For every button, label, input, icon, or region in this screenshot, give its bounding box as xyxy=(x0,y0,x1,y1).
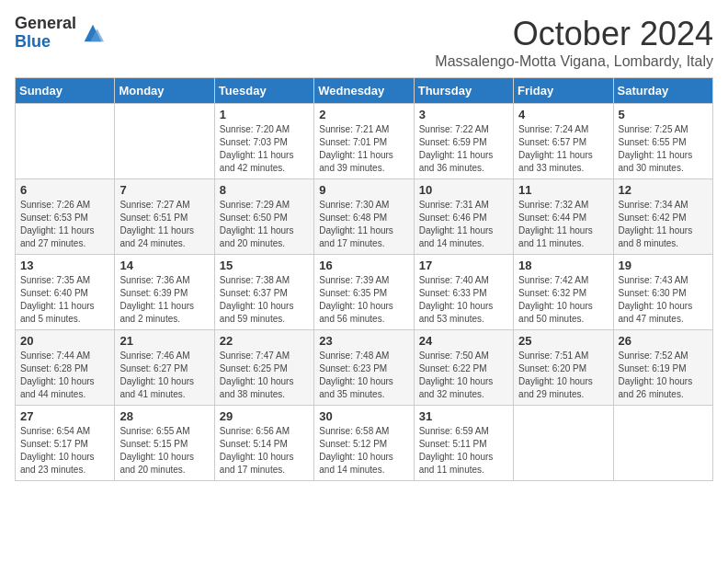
cell-info: Sunrise: 7:47 AMSunset: 6:25 PMDaylight:… xyxy=(220,350,309,401)
calendar-cell: 21Sunrise: 7:46 AMSunset: 6:27 PMDayligh… xyxy=(115,330,214,406)
day-number: 6 xyxy=(20,183,109,197)
calendar-cell: 27Sunrise: 6:54 AMSunset: 5:17 PMDayligh… xyxy=(16,406,115,481)
calendar-cell xyxy=(16,104,115,179)
title-area: October 2024 Massalengo-Motta Vigana, Lo… xyxy=(435,15,713,70)
cell-info: Sunrise: 7:26 AMSunset: 6:53 PMDaylight:… xyxy=(20,199,109,250)
calendar-body: 1Sunrise: 7:20 AMSunset: 7:03 PMDaylight… xyxy=(16,104,713,481)
cell-info: Sunrise: 7:31 AMSunset: 6:46 PMDaylight:… xyxy=(419,199,508,250)
day-number: 30 xyxy=(319,409,408,423)
logo-icon xyxy=(80,20,106,46)
cell-info: Sunrise: 7:40 AMSunset: 6:33 PMDaylight:… xyxy=(419,274,508,326)
location-title: Massalengo-Motta Vigana, Lombardy, Italy xyxy=(435,53,713,70)
calendar-cell: 10Sunrise: 7:31 AMSunset: 6:46 PMDayligh… xyxy=(414,179,513,255)
day-number: 10 xyxy=(419,183,508,197)
day-number: 13 xyxy=(20,259,109,272)
calendar-header-cell: Thursday xyxy=(414,78,513,104)
cell-info: Sunrise: 6:58 AMSunset: 5:12 PMDaylight:… xyxy=(319,425,408,477)
day-number: 14 xyxy=(119,259,209,272)
day-number: 18 xyxy=(518,259,608,272)
calendar-cell: 16Sunrise: 7:39 AMSunset: 6:35 PMDayligh… xyxy=(314,255,414,330)
day-number: 1 xyxy=(220,108,309,121)
cell-info: Sunrise: 7:38 AMSunset: 6:37 PMDaylight:… xyxy=(220,274,309,326)
calendar-cell: 18Sunrise: 7:42 AMSunset: 6:32 PMDayligh… xyxy=(514,255,613,330)
calendar-week-row: 27Sunrise: 6:54 AMSunset: 5:17 PMDayligh… xyxy=(16,406,713,481)
day-number: 20 xyxy=(20,334,109,348)
calendar-cell: 24Sunrise: 7:50 AMSunset: 6:22 PMDayligh… xyxy=(414,330,513,406)
cell-info: Sunrise: 7:44 AMSunset: 6:28 PMDaylight:… xyxy=(20,350,109,401)
calendar-cell: 28Sunrise: 6:55 AMSunset: 5:15 PMDayligh… xyxy=(115,406,214,481)
cell-info: Sunrise: 7:30 AMSunset: 6:48 PMDaylight:… xyxy=(319,199,408,250)
day-number: 31 xyxy=(419,409,508,423)
cell-info: Sunrise: 7:32 AMSunset: 6:44 PMDaylight:… xyxy=(518,199,608,250)
calendar-cell: 7Sunrise: 7:27 AMSunset: 6:51 PMDaylight… xyxy=(115,179,214,255)
calendar-cell: 2Sunrise: 7:21 AMSunset: 7:01 PMDaylight… xyxy=(314,104,414,179)
cell-info: Sunrise: 7:50 AMSunset: 6:22 PMDaylight:… xyxy=(419,350,508,401)
cell-info: Sunrise: 6:54 AMSunset: 5:17 PMDaylight:… xyxy=(20,425,109,477)
logo: General Blue xyxy=(15,15,106,52)
calendar-cell: 5Sunrise: 7:25 AMSunset: 6:55 PMDaylight… xyxy=(613,104,712,179)
day-number: 29 xyxy=(220,409,309,423)
day-number: 26 xyxy=(619,334,708,348)
calendar-cell: 3Sunrise: 7:22 AMSunset: 6:59 PMDaylight… xyxy=(414,104,513,179)
day-number: 11 xyxy=(518,183,608,197)
calendar-cell: 12Sunrise: 7:34 AMSunset: 6:42 PMDayligh… xyxy=(613,179,712,255)
logo-blue: Blue xyxy=(15,33,76,52)
calendar-header-cell: Sunday xyxy=(16,78,115,104)
day-number: 22 xyxy=(220,334,309,348)
calendar-cell: 6Sunrise: 7:26 AMSunset: 6:53 PMDaylight… xyxy=(16,179,115,255)
calendar-header-cell: Friday xyxy=(514,78,613,104)
calendar-cell: 20Sunrise: 7:44 AMSunset: 6:28 PMDayligh… xyxy=(16,330,115,406)
calendar-week-row: 6Sunrise: 7:26 AMSunset: 6:53 PMDaylight… xyxy=(16,179,713,255)
cell-info: Sunrise: 6:59 AMSunset: 5:11 PMDaylight:… xyxy=(419,425,508,477)
calendar-cell xyxy=(514,406,613,481)
day-number: 24 xyxy=(419,334,508,348)
cell-info: Sunrise: 7:20 AMSunset: 7:03 PMDaylight:… xyxy=(220,123,309,175)
calendar-header-cell: Monday xyxy=(115,78,214,104)
day-number: 2 xyxy=(319,108,408,121)
day-number: 28 xyxy=(119,409,209,423)
day-number: 16 xyxy=(319,259,408,272)
cell-info: Sunrise: 7:43 AMSunset: 6:30 PMDaylight:… xyxy=(619,274,708,326)
cell-info: Sunrise: 7:48 AMSunset: 6:23 PMDaylight:… xyxy=(319,350,408,401)
day-number: 23 xyxy=(319,334,408,348)
calendar-cell: 23Sunrise: 7:48 AMSunset: 6:23 PMDayligh… xyxy=(314,330,414,406)
cell-info: Sunrise: 7:39 AMSunset: 6:35 PMDaylight:… xyxy=(319,274,408,326)
calendar-header-row: SundayMondayTuesdayWednesdayThursdayFrid… xyxy=(16,78,713,104)
cell-info: Sunrise: 7:36 AMSunset: 6:39 PMDaylight:… xyxy=(119,274,209,326)
calendar-cell: 30Sunrise: 6:58 AMSunset: 5:12 PMDayligh… xyxy=(314,406,414,481)
logo-text: General Blue xyxy=(15,15,76,52)
day-number: 19 xyxy=(619,259,708,272)
calendar-header-cell: Saturday xyxy=(613,78,712,104)
cell-info: Sunrise: 7:22 AMSunset: 6:59 PMDaylight:… xyxy=(419,123,508,175)
calendar-cell: 4Sunrise: 7:24 AMSunset: 6:57 PMDaylight… xyxy=(514,104,613,179)
cell-info: Sunrise: 6:55 AMSunset: 5:15 PMDaylight:… xyxy=(119,425,209,477)
day-number: 8 xyxy=(220,183,309,197)
calendar-cell: 22Sunrise: 7:47 AMSunset: 6:25 PMDayligh… xyxy=(214,330,313,406)
calendar-cell: 25Sunrise: 7:51 AMSunset: 6:20 PMDayligh… xyxy=(514,330,613,406)
cell-info: Sunrise: 7:27 AMSunset: 6:51 PMDaylight:… xyxy=(119,199,209,250)
calendar-cell xyxy=(613,406,712,481)
logo-general: General xyxy=(15,15,76,33)
day-number: 12 xyxy=(619,183,708,197)
cell-info: Sunrise: 7:51 AMSunset: 6:20 PMDaylight:… xyxy=(518,350,608,401)
day-number: 5 xyxy=(619,108,708,121)
cell-info: Sunrise: 7:52 AMSunset: 6:19 PMDaylight:… xyxy=(619,350,708,401)
day-number: 17 xyxy=(419,259,508,272)
cell-info: Sunrise: 7:35 AMSunset: 6:40 PMDaylight:… xyxy=(20,274,109,326)
calendar-header-cell: Tuesday xyxy=(214,78,313,104)
calendar-week-row: 1Sunrise: 7:20 AMSunset: 7:03 PMDaylight… xyxy=(16,104,713,179)
day-number: 4 xyxy=(518,108,608,121)
cell-info: Sunrise: 7:24 AMSunset: 6:57 PMDaylight:… xyxy=(518,123,608,175)
calendar-cell: 31Sunrise: 6:59 AMSunset: 5:11 PMDayligh… xyxy=(414,406,513,481)
day-number: 7 xyxy=(119,183,209,197)
cell-info: Sunrise: 7:29 AMSunset: 6:50 PMDaylight:… xyxy=(220,199,309,250)
calendar-cell: 29Sunrise: 6:56 AMSunset: 5:14 PMDayligh… xyxy=(214,406,313,481)
day-number: 21 xyxy=(119,334,209,348)
calendar-week-row: 20Sunrise: 7:44 AMSunset: 6:28 PMDayligh… xyxy=(16,330,713,406)
calendar-week-row: 13Sunrise: 7:35 AMSunset: 6:40 PMDayligh… xyxy=(16,255,713,330)
cell-info: Sunrise: 7:46 AMSunset: 6:27 PMDaylight:… xyxy=(119,350,209,401)
day-number: 25 xyxy=(518,334,608,348)
month-title: October 2024 xyxy=(435,15,713,53)
calendar-cell: 11Sunrise: 7:32 AMSunset: 6:44 PMDayligh… xyxy=(514,179,613,255)
cell-info: Sunrise: 6:56 AMSunset: 5:14 PMDaylight:… xyxy=(220,425,309,477)
